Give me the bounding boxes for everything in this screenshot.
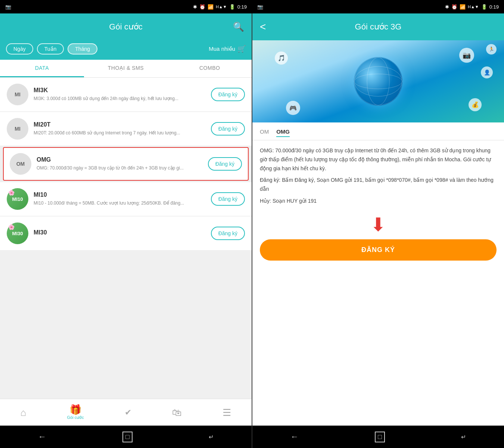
plan-tab-omg[interactable]: OMG [276, 128, 290, 137]
left-header: Gói cước 🔍 [0, 13, 252, 40]
cart-icon: 🛒 [237, 45, 246, 53]
package-info-mi30: MI30 [34, 229, 206, 237]
banner-image: 📷 💰 🎵 🎮 👤 🏃 [252, 40, 504, 122]
package-desc-mi20t: MI20T: 20.000đ có 600MB sử dụng Internet… [34, 130, 206, 136]
bluetooth-icon-r: ✱ [445, 4, 449, 10]
nav-goicuoc[interactable]: 🎁 Gói cước [67, 405, 84, 420]
dangky-btn-mi20t[interactable]: Đăng ký [211, 122, 245, 136]
wifi-icon: 📶 [208, 4, 214, 10]
signal-icon: H▲▼ [216, 4, 227, 9]
dangky-btn-mi30[interactable]: Đăng ký [211, 227, 245, 240]
package-item-omg: OM OMG OMG: 70.000đ/30 ngày = 3GB truy c… [3, 147, 249, 181]
right-header-title: Gói cước 3G [355, 22, 402, 32]
svg-point-3 [354, 66, 402, 96]
android-nav-right: ← □ ↵ [252, 426, 504, 448]
alarm-icon: ⏰ [199, 4, 205, 10]
down-arrow-icon: ⬇ [370, 215, 386, 234]
status-icon-screen: 📷 [5, 4, 11, 10]
nav-goicuoc-label: Gói cước [67, 415, 84, 420]
dangky-btn-omg[interactable]: Đăng ký [208, 157, 242, 171]
package-item-mi20t: MI MI20T MI20T: 20.000đ có 600MB sử dụng… [0, 112, 252, 146]
svg-point-1 [367, 57, 389, 105]
left-screen: Gói cước 🔍 Ngày Tuần Tháng Mua nhiều 🛒 D… [0, 13, 252, 448]
android-back-right[interactable]: ← [290, 432, 299, 442]
register-section: ĐĂNG KÝ [252, 236, 504, 268]
nav-home[interactable]: ⌂ [21, 408, 27, 417]
package-item-mi3k: MI MI3K MI3K: 3.000đ có 100MB sử dụng đế… [0, 78, 252, 111]
package-name-mi20t: MI20T [34, 121, 206, 128]
package-desc-mi10: MI10 - 10.000đ/ tháng = 50MB. Cước vượt … [34, 200, 206, 206]
home-icon: ⌂ [21, 408, 27, 417]
package-info-omg: OMG OMG: 70.000đ/30 ngày = 3GB truy cập … [37, 156, 203, 171]
filter-row: Ngày Tuần Tháng Mua nhiều 🛒 [0, 40, 252, 60]
android-back-left[interactable]: ← [38, 432, 46, 442]
menu-icon: ☰ [223, 408, 231, 417]
package-name-omg: OMG [37, 156, 203, 163]
android-nav-left: ← □ ↵ [0, 426, 252, 448]
package-info-mi20t: MI20T MI20T: 20.000đ có 600MB sử dụng In… [34, 121, 206, 136]
svg-point-2 [354, 74, 402, 89]
nav-v[interactable]: ✔ [125, 408, 131, 417]
signal-icon-r: H▲▼ [468, 4, 479, 9]
package-avatar-mi20t: MI [7, 118, 28, 140]
tab-combo[interactable]: COMBO [168, 60, 252, 77]
plan-tab-om[interactable]: OM [260, 128, 269, 137]
package-avatar-mi3k: MI [7, 84, 28, 105]
package-avatar-omg: OM [10, 153, 31, 175]
package-info-mi10: MI10 MI10 - 10.000đ/ tháng = 50MB. Cước … [34, 192, 206, 206]
check-icon: ✔ [125, 408, 131, 417]
search-icon[interactable]: 🔍 [233, 22, 244, 32]
dangky-btn-mi3k[interactable]: Đăng ký [211, 88, 245, 101]
screens-container: Gói cước 🔍 Ngày Tuần Tháng Mua nhiều 🛒 D… [0, 13, 504, 448]
back-icon[interactable]: < [260, 21, 266, 33]
status-bar-left: 📷 ✱ ⏰ 📶 H▲▼ 🔋 0:19 [0, 0, 252, 13]
tab-data[interactable]: DATA [0, 60, 84, 77]
android-recent-left[interactable]: ↵ [209, 433, 214, 441]
plan-tabs: OM OMG [252, 122, 504, 140]
left-header-title: Gói cước [109, 22, 142, 32]
filter-tuan[interactable]: Tuần [37, 43, 64, 55]
time-right: 0:19 [489, 4, 499, 10]
filter-thang[interactable]: Tháng [68, 43, 97, 55]
register-big-btn[interactable]: ĐĂNG KÝ [260, 239, 497, 261]
right-header: < Gói cước 3G [252, 13, 504, 40]
right-screen: < Gói cước 3G 📷 [252, 13, 504, 448]
status-icons-right: ✱ ⏰ 📶 H▲▼ 🔋 0:19 [445, 4, 499, 10]
alarm-icon-r: ⏰ [451, 4, 457, 10]
android-recent-right[interactable]: ↵ [461, 433, 466, 441]
tab-thoai[interactable]: THOẠI & SMS [84, 60, 168, 77]
package-desc-omg: OMG: 70.000đ/30 ngày = 3GB truy cập từ 0… [37, 165, 203, 171]
package-desc-mi3k: MI3K: 3.000đ có 100MB sử dụng đến 24h ng… [34, 95, 206, 102]
nav-shop[interactable]: 🛍 [172, 408, 182, 417]
wifi-icon-r: 📶 [460, 4, 466, 10]
svg-point-0 [354, 57, 402, 105]
right-content: 📷 💰 🎵 🎮 👤 🏃 OM OMG OMG: 70.000đ/30 ngày … [252, 40, 504, 426]
shop-icon: 🛍 [172, 408, 182, 417]
package-info-mi3k: MI3K MI3K: 3.000đ có 100MB sử dụng đến 2… [34, 87, 206, 102]
bluetooth-icon: ✱ [193, 4, 197, 10]
dangky-btn-mi10[interactable]: Đăng ký [211, 192, 245, 206]
package-list: MI MI3K MI3K: 3.000đ có 100MB sử dụng đế… [0, 78, 252, 399]
package-item-mi30: MI30 🌸 MI30 Đăng ký [0, 217, 252, 250]
package-name-mi10: MI10 [34, 192, 206, 198]
nav-menu[interactable]: ☰ [223, 408, 231, 417]
status-bar-right: 📷 ✱ ⏰ 📶 H▲▼ 🔋 0:19 [252, 0, 504, 13]
bottom-nav-left: ⌂ 🎁 Gói cước ✔ 🛍 ☰ [0, 399, 252, 426]
package-item-mi10: MI10 🌸 MI10 MI10 - 10.000đ/ tháng = 50MB… [0, 182, 252, 216]
filter-ngay[interactable]: Ngày [6, 43, 33, 55]
globe-decoration [354, 57, 402, 106]
mua-nhieu-btn[interactable]: Mua nhiều 🛒 [209, 45, 246, 53]
battery-icon: 🔋 [229, 4, 235, 10]
android-home-left[interactable]: □ [122, 432, 133, 442]
package-name-mi3k: MI3K [34, 87, 206, 94]
package-avatar-mi30: MI30 🌸 [7, 223, 28, 244]
battery-icon-r: 🔋 [481, 4, 487, 10]
android-home-right[interactable]: □ [375, 432, 385, 442]
package-avatar-mi10: MI10 🌸 [7, 188, 28, 210]
status-icons-left: ✱ ⏰ 📶 H▲▼ 🔋 0:19 [193, 4, 247, 10]
status-icon-screen-right: 📷 [257, 4, 263, 10]
time-left: 0:19 [237, 4, 247, 10]
content-tabs: DATA THOẠI & SMS COMBO [0, 60, 252, 78]
mua-nhieu-label: Mua nhiều [209, 46, 235, 52]
plan-description: OMG: 70.000đ/30 ngày có 3GB truy cập Int… [252, 140, 504, 212]
